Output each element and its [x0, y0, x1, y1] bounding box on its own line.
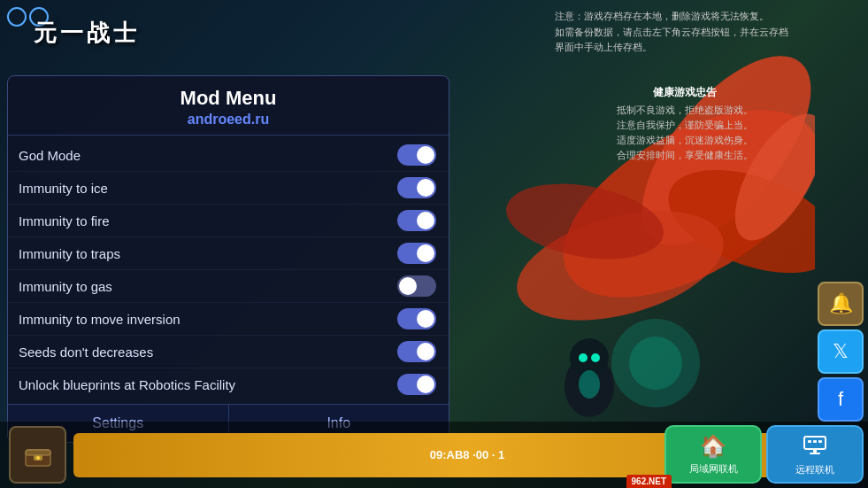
top-warning-text: 注意：游戏存档存在本地，删除游戏将无法恢复。 如需备份数据，请点击左下角云存档按… [555, 9, 788, 56]
svg-point-12 [579, 370, 600, 399]
mod-item-label-0: God Mode [19, 148, 81, 163]
mod-item-toggle-0[interactable] [397, 144, 436, 166]
mod-item-toggle-knob-6 [417, 343, 434, 360]
mod-item-label-2: Immunity to fire [19, 213, 110, 229]
mod-item-label-1: Immunity to ice [19, 181, 108, 196]
mod-menu-panel: Mod Menu androeed.ru God ModeImmunity to… [7, 75, 449, 443]
mod-item-label-3: Immunity to traps [19, 246, 120, 261]
svg-rect-19 [813, 440, 817, 443]
svg-rect-18 [808, 440, 811, 443]
svg-rect-22 [810, 453, 820, 454]
mod-item-toggle-knob-7 [417, 376, 434, 393]
health-warning: 健康游戏忠告 抵制不良游戏，拒绝盗版游戏。 注意自我保护，谨防受骗上当。 适度游… [617, 84, 753, 162]
remote-button[interactable]: 远程联机 [766, 425, 864, 484]
right-side-buttons: 🔔 𝕏 f [818, 282, 864, 422]
svg-rect-20 [818, 440, 822, 443]
health-line-2: 注意自我保护，谨防受骗上当。 [617, 118, 753, 133]
mod-item-toggle-knob-0 [417, 146, 434, 164]
mod-item-7[interactable]: Unlock blueprints at Robotics Facility [8, 368, 449, 400]
lan-label: 局域网联机 [689, 462, 738, 476]
gold-bar-text: 09:AB8 ·00 · 1 [430, 448, 505, 461]
svg-point-16 [36, 456, 40, 460]
lan-icon: 🏠 [700, 434, 726, 459]
lan-button[interactable]: 🏠 局域网联机 [664, 425, 762, 484]
mod-item-label-7: Unlock blueprints at Robotics Facility [19, 377, 235, 392]
mod-item-6[interactable]: Seeds don't decreases [8, 336, 449, 368]
health-line-1: 抵制不良游戏，拒绝盗版游戏。 [617, 103, 753, 118]
mod-item-toggle-knob-5 [417, 310, 434, 328]
health-title: 健康游戏忠告 [617, 84, 753, 101]
mod-item-label-6: Seeds don't decreases [19, 345, 153, 360]
mod-item-toggle-6[interactable] [397, 341, 436, 362]
mod-item-toggle-knob-1 [417, 179, 434, 197]
svg-point-10 [579, 353, 588, 362]
svg-rect-21 [813, 449, 817, 453]
mod-item-2[interactable]: Immunity to fire [8, 205, 449, 237]
ee-circle-1 [7, 7, 27, 27]
mod-item-toggle-knob-2 [417, 212, 434, 229]
game-title: 元一战士 [34, 18, 140, 49]
twitter-button[interactable]: 𝕏 [818, 329, 864, 374]
mod-item-toggle-4[interactable] [397, 275, 436, 297]
mod-item-toggle-2[interactable] [397, 210, 436, 231]
mod-item-4[interactable]: Immunity to gas [8, 270, 449, 303]
character-silhouette [549, 333, 629, 422]
mod-menu-title: Mod Menu [17, 87, 440, 110]
mod-item-toggle-knob-3 [417, 244, 434, 262]
mod-item-3[interactable]: Immunity to traps [8, 237, 449, 270]
mod-menu-header: Mod Menu androeed.ru [8, 76, 449, 136]
svg-point-11 [591, 353, 600, 362]
health-line-3: 适度游戏益脑，沉迷游戏伤身。 [617, 133, 753, 148]
network-buttons: 🏠 局域网联机 远程联机 [664, 425, 864, 484]
mod-item-toggle-7[interactable] [397, 374, 436, 395]
mod-item-toggle-3[interactable] [397, 243, 436, 264]
remote-icon [803, 433, 827, 460]
mod-item-1[interactable]: Immunity to ice [8, 172, 449, 205]
mod-item-0[interactable]: God Mode [8, 139, 449, 172]
svg-rect-14 [26, 450, 50, 455]
health-line-4: 合理安排时间，享受健康生活。 [617, 148, 753, 163]
mod-item-toggle-5[interactable] [397, 308, 436, 329]
mod-item-toggle-1[interactable] [397, 177, 436, 198]
bell-button[interactable]: 🔔 [818, 282, 864, 326]
badge-962: 962.NET [626, 475, 672, 488]
mod-item-5[interactable]: Immunity to move inversion [8, 303, 449, 336]
mod-menu-items: God ModeImmunity to iceImmunity to fireI… [8, 136, 449, 404]
remote-label: 远程联机 [795, 463, 834, 476]
mod-menu-subtitle: androeed.ru [17, 112, 440, 128]
facebook-button[interactable]: f [818, 377, 864, 422]
svg-point-7 [629, 337, 682, 390]
mod-item-label-4: Immunity to gas [19, 279, 112, 294]
mod-item-label-5: Immunity to move inversion [19, 312, 181, 327]
chest-button[interactable] [9, 426, 66, 484]
mod-item-toggle-knob-4 [399, 277, 417, 295]
